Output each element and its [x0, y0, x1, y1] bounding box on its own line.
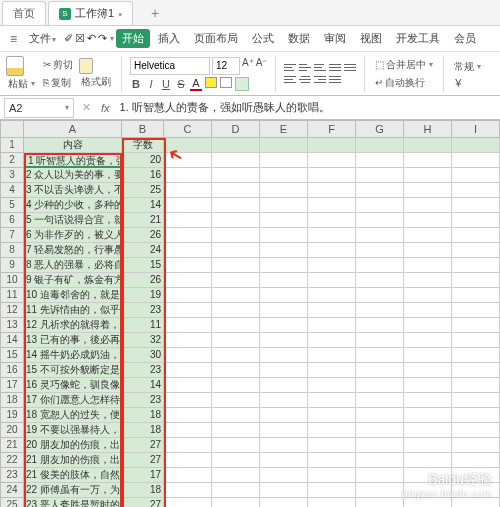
cell-B20[interactable]: 18 [122, 423, 164, 438]
cell-D3[interactable] [212, 168, 260, 183]
align-just-icon[interactable] [329, 75, 341, 85]
cell-C5[interactable] [164, 198, 212, 213]
cell-A7[interactable]: 6 为非作歹的，被义人 [24, 228, 122, 243]
tab-workbook[interactable]: S 工作簿1 • [48, 1, 133, 25]
cell-H19[interactable] [404, 408, 452, 423]
cell-C2[interactable] [164, 153, 212, 168]
fx-cancel-icon[interactable]: ✕ [78, 101, 95, 114]
more-icon[interactable]: ▾ [110, 34, 114, 43]
bold-button[interactable]: B [130, 78, 142, 90]
align-top-icon[interactable] [284, 63, 296, 73]
cell-C12[interactable] [164, 303, 212, 318]
underline-button[interactable]: U [160, 78, 172, 90]
cell-F7[interactable] [308, 228, 356, 243]
align-bot-icon[interactable] [314, 63, 326, 73]
cell-E1[interactable] [260, 138, 308, 153]
cell-style-icon[interactable] [235, 77, 249, 91]
row-header-4[interactable]: 4 [0, 183, 24, 198]
cell-B8[interactable]: 24 [122, 243, 164, 258]
col-header-C[interactable]: C [164, 120, 212, 138]
cell-D11[interactable] [212, 288, 260, 303]
cell-F21[interactable] [308, 438, 356, 453]
cell-I1[interactable] [452, 138, 500, 153]
cell-H25[interactable] [404, 498, 452, 507]
cell-G24[interactable] [356, 483, 404, 498]
redo-icon[interactable]: ↷ [98, 32, 107, 45]
cell-E19[interactable] [260, 408, 308, 423]
cell-H6[interactable] [404, 213, 452, 228]
cell-G18[interactable] [356, 393, 404, 408]
cell-I15[interactable] [452, 348, 500, 363]
cell-G7[interactable] [356, 228, 404, 243]
row-header-19[interactable]: 19 [0, 408, 24, 423]
cell-H12[interactable] [404, 303, 452, 318]
cell-F3[interactable] [308, 168, 356, 183]
cell-E25[interactable] [260, 498, 308, 507]
menu-data[interactable]: 数据 [282, 29, 316, 48]
cell-H9[interactable] [404, 258, 452, 273]
cell-H17[interactable] [404, 378, 452, 393]
cell-I5[interactable] [452, 198, 500, 213]
cell-F5[interactable] [308, 198, 356, 213]
cell-E13[interactable] [260, 318, 308, 333]
cell-G23[interactable] [356, 468, 404, 483]
cell-F22[interactable] [308, 453, 356, 468]
cell-A2[interactable]: 1 听智慧人的责备，强 [24, 153, 122, 168]
cell-D22[interactable] [212, 453, 260, 468]
cell-H15[interactable] [404, 348, 452, 363]
row-header-17[interactable]: 17 [0, 378, 24, 393]
cell-A20[interactable]: 19 不要以强暴待人， [24, 423, 122, 438]
cell-D14[interactable] [212, 333, 260, 348]
undo-icon[interactable]: ↶ [87, 32, 96, 45]
cell-F20[interactable] [308, 423, 356, 438]
cell-A3[interactable]: 2 众人以为美的事，要 [24, 168, 122, 183]
row-header-6[interactable]: 6 [0, 213, 24, 228]
cell-G5[interactable] [356, 198, 404, 213]
row-header-1[interactable]: 1 [0, 138, 24, 153]
cell-G21[interactable] [356, 438, 404, 453]
cell-I16[interactable] [452, 363, 500, 378]
cell-C11[interactable] [164, 288, 212, 303]
cell-B4[interactable]: 25 [122, 183, 164, 198]
cell-C25[interactable] [164, 498, 212, 507]
font-size-select[interactable] [212, 57, 240, 75]
font-shrink-icon[interactable]: A⁻ [256, 57, 268, 75]
cell-G6[interactable] [356, 213, 404, 228]
cell-D9[interactable] [212, 258, 260, 273]
cell-F8[interactable] [308, 243, 356, 258]
cell-G14[interactable] [356, 333, 404, 348]
cell-G10[interactable] [356, 273, 404, 288]
cell-F6[interactable] [308, 213, 356, 228]
row-header-12[interactable]: 12 [0, 303, 24, 318]
cell-D25[interactable] [212, 498, 260, 507]
cell-I25[interactable] [452, 498, 500, 507]
cell-F13[interactable] [308, 318, 356, 333]
cell-E22[interactable] [260, 453, 308, 468]
cell-C17[interactable] [164, 378, 212, 393]
italic-button[interactable]: I [145, 78, 157, 90]
copy-button[interactable]: ⎘ 复制 [41, 75, 75, 91]
cell-C3[interactable] [164, 168, 212, 183]
menu-extra[interactable]: 会员 [448, 29, 482, 48]
format-brush-button[interactable]: 格式刷 [79, 74, 113, 90]
cell-E3[interactable] [260, 168, 308, 183]
align-left-icon[interactable] [284, 75, 296, 85]
menu-layout[interactable]: 页面布局 [188, 29, 244, 48]
cell-C15[interactable] [164, 348, 212, 363]
cell-E14[interactable] [260, 333, 308, 348]
tab-add[interactable]: + [135, 1, 175, 25]
col-header-A[interactable]: A [24, 120, 122, 138]
cell-I2[interactable] [452, 153, 500, 168]
currency-icon[interactable]: ¥ [452, 77, 464, 89]
cell-A9[interactable]: 8 恶人的强暴，必将自 [24, 258, 122, 273]
cell-D20[interactable] [212, 423, 260, 438]
cell-D24[interactable] [212, 483, 260, 498]
cell-A12[interactable]: 11 先诉情由的，似乎 [24, 303, 122, 318]
name-box[interactable]: A2▾ [4, 98, 74, 118]
row-header-16[interactable]: 16 [0, 363, 24, 378]
cell-G17[interactable] [356, 378, 404, 393]
cut-button[interactable]: ✂ 剪切 [41, 57, 75, 73]
cell-H20[interactable] [404, 423, 452, 438]
number-format-select[interactable]: 常规▾ [452, 59, 483, 75]
cell-B22[interactable]: 27 [122, 453, 164, 468]
